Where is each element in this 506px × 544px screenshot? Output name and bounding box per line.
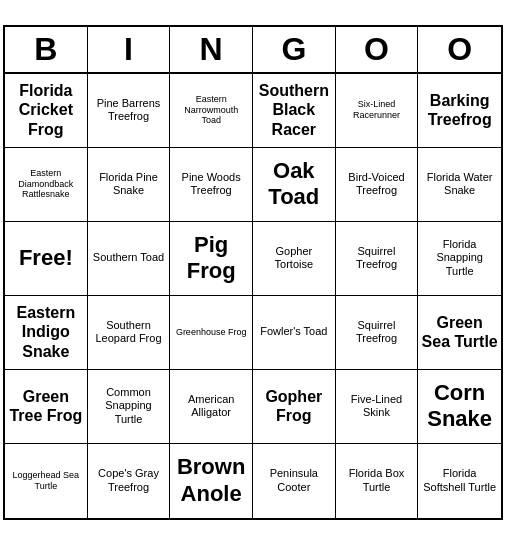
cell-35[interactable]: Florida Softshell Turtle [418, 444, 501, 518]
cell-27[interactable]: Gopher Frog [253, 370, 336, 444]
bingo-board: B I N G O O Florida Cricket FrogPine Bar… [3, 25, 503, 520]
letter-o1: O [336, 27, 419, 72]
cell-11[interactable]: Florida Water Snake [418, 148, 501, 222]
cell-18[interactable]: Eastern Indigo Snake [5, 296, 88, 370]
cell-20[interactable]: Greenhouse Frog [170, 296, 253, 370]
cell-19[interactable]: Southern Leopard Frog [88, 296, 171, 370]
cell-9[interactable]: Oak Toad [253, 148, 336, 222]
cell-32[interactable]: Brown Anole [170, 444, 253, 518]
cell-31[interactable]: Cope's Gray Treefrog [88, 444, 171, 518]
cell-5[interactable]: Barking Treefrog [418, 74, 501, 148]
cell-24[interactable]: Green Tree Frog [5, 370, 88, 444]
cell-14[interactable]: Pig Frog [170, 222, 253, 296]
cell-30[interactable]: Loggerhead Sea Turtle [5, 444, 88, 518]
cell-13[interactable]: Southern Toad [88, 222, 171, 296]
cell-6[interactable]: Eastern Diamondback Rattlesnake [5, 148, 88, 222]
cell-34[interactable]: Florida Box Turtle [336, 444, 419, 518]
cell-17[interactable]: Florida Snapping Turtle [418, 222, 501, 296]
bingo-header: B I N G O O [5, 27, 501, 74]
letter-n: N [170, 27, 253, 72]
cell-16[interactable]: Squirrel Treefrog [336, 222, 419, 296]
letter-o2: O [418, 27, 501, 72]
cell-4[interactable]: Six-Lined Racerunner [336, 74, 419, 148]
cell-10[interactable]: Bird-Voiced Treefrog [336, 148, 419, 222]
cell-33[interactable]: Peninsula Cooter [253, 444, 336, 518]
cell-23[interactable]: Green Sea Turtle [418, 296, 501, 370]
cell-8[interactable]: Pine Woods Treefrog [170, 148, 253, 222]
cell-15[interactable]: Gopher Tortoise [253, 222, 336, 296]
cell-26[interactable]: American Alligator [170, 370, 253, 444]
cell-25[interactable]: Common Snapping Turtle [88, 370, 171, 444]
cell-1[interactable]: Pine Barrens Treefrog [88, 74, 171, 148]
cell-21[interactable]: Fowler's Toad [253, 296, 336, 370]
letter-g: G [253, 27, 336, 72]
cell-29[interactable]: Corn Snake [418, 370, 501, 444]
cell-0[interactable]: Florida Cricket Frog [5, 74, 88, 148]
cell-3[interactable]: Southern Black Racer [253, 74, 336, 148]
cell-7[interactable]: Florida Pine Snake [88, 148, 171, 222]
cell-28[interactable]: Five-Lined Skink [336, 370, 419, 444]
cell-22[interactable]: Squirrel Treefrog [336, 296, 419, 370]
bingo-grid: Florida Cricket FrogPine Barrens Treefro… [5, 74, 501, 518]
letter-b: B [5, 27, 88, 72]
cell-12[interactable]: Free! [5, 222, 88, 296]
letter-i: I [88, 27, 171, 72]
cell-2[interactable]: Eastern Narrowmouth Toad [170, 74, 253, 148]
